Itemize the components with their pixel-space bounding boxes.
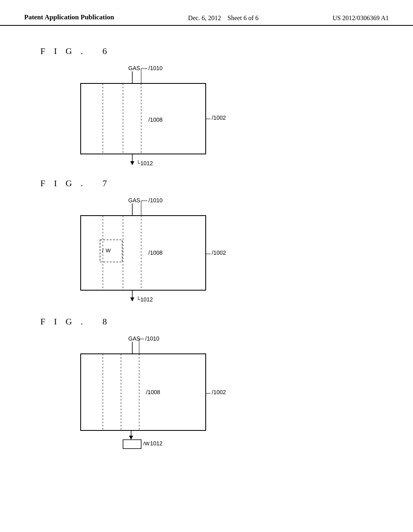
figure-6: F I G . 6 GAS /1010 /1008 /1002 bbox=[40, 46, 389, 166]
svg-text:GAS: GAS bbox=[128, 197, 140, 204]
fig6-label: F I G . 6 bbox=[40, 46, 389, 56]
svg-marker-46 bbox=[129, 436, 133, 440]
svg-text:/1002: /1002 bbox=[212, 249, 226, 256]
svg-rect-20 bbox=[81, 216, 206, 290]
svg-rect-5 bbox=[81, 83, 206, 154]
svg-text:└1012: └1012 bbox=[136, 296, 153, 303]
svg-text:/: / bbox=[102, 247, 104, 254]
svg-text:/W: /W bbox=[143, 441, 150, 447]
publication-title: Patent Application Publication bbox=[24, 13, 114, 22]
fig7-label: F I G . 7 bbox=[40, 178, 389, 189]
patent-number: US 2012/0306369 A1 bbox=[332, 13, 389, 22]
svg-text:1012: 1012 bbox=[150, 440, 163, 447]
svg-text:/1010: /1010 bbox=[145, 335, 159, 342]
svg-marker-31 bbox=[130, 297, 134, 301]
figure-7: F I G . 7 GAS /1010 W / /1008 bbox=[40, 178, 389, 304]
svg-marker-13 bbox=[130, 161, 134, 165]
fig6-diagram: GAS /1010 /1008 /1002 bbox=[40, 61, 250, 166]
svg-text:GAS: GAS bbox=[128, 65, 140, 71]
svg-text:└1012: └1012 bbox=[136, 160, 153, 166]
figure-8: F I G . 8 GAS /1010 /1008 /1002 bbox=[40, 316, 389, 451]
svg-text:/1008: /1008 bbox=[146, 389, 160, 395]
svg-text:/1008: /1008 bbox=[148, 249, 163, 256]
svg-text:/1008: /1008 bbox=[148, 116, 163, 123]
publication-date: Dec. 6, 2012 Sheet 6 of 6 bbox=[188, 13, 259, 22]
svg-rect-47 bbox=[123, 440, 141, 449]
page-header: Patent Application Publication Dec. 6, 2… bbox=[0, 0, 413, 26]
svg-text:/1002: /1002 bbox=[212, 389, 226, 395]
fig8-diagram: GAS /1010 /1008 /1002 / bbox=[40, 332, 250, 451]
svg-text:GAS: GAS bbox=[128, 335, 140, 342]
svg-text:/1010: /1010 bbox=[148, 65, 163, 71]
svg-rect-38 bbox=[81, 354, 206, 430]
svg-text:/1010: /1010 bbox=[148, 197, 163, 204]
fig8-label: F I G . 8 bbox=[40, 316, 389, 327]
fig7-diagram: GAS /1010 W / /1008 /1002 bbox=[40, 193, 250, 304]
svg-text:W: W bbox=[106, 247, 111, 254]
svg-text:/1002: /1002 bbox=[212, 114, 226, 121]
page-content: F I G . 6 GAS /1010 /1008 /1002 bbox=[0, 26, 413, 475]
